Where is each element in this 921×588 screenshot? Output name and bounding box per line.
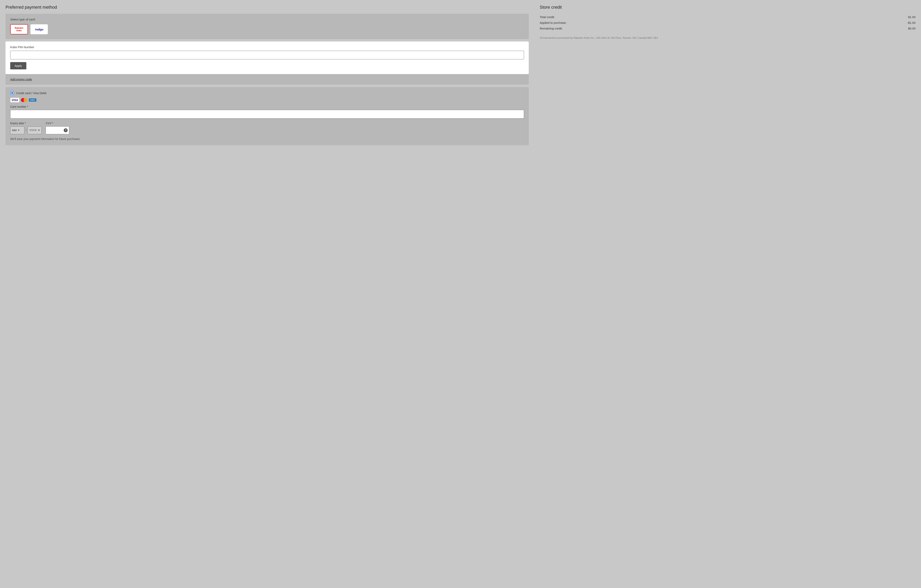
total-credit-label: Total credit: <box>540 15 555 19</box>
mastercard-orange-circle <box>23 98 27 102</box>
card-type-section: Select type of card: Rakuten kobo !ndigo <box>5 14 529 39</box>
rakuten-text: Rakuten <box>15 27 23 29</box>
indigo-logo: !ndigo <box>35 28 44 31</box>
expiry-cvv-row: Expiry date * MM / YYYY CVV <box>10 122 524 134</box>
credit-card-radio-row[interactable]: Credit card / Visa Debit <box>10 91 524 95</box>
remaining-credit-label: Remaining credit: <box>540 27 563 30</box>
apply-button[interactable]: Apply <box>10 62 26 69</box>
card-type-label: Select type of card: <box>10 18 524 21</box>
expiry-month-select[interactable]: MM <box>10 127 24 134</box>
pin-section: Kobo PIN Number Apply <box>5 41 529 74</box>
amex-logo: AMEX <box>29 99 36 102</box>
mastercard-logo <box>21 98 27 102</box>
pin-input[interactable] <box>10 51 524 59</box>
cvv-input-wrapper: ? <box>46 127 69 134</box>
save-payment-note: We'll save your payment information for … <box>10 137 524 141</box>
kobo-text: kobo <box>15 29 23 32</box>
remaining-credit-row: Remaining credit: $0.00 <box>540 26 916 31</box>
indigo-card-option[interactable]: !ndigo <box>30 24 48 34</box>
page-title: Preferred payment method <box>5 5 529 10</box>
expiry-inputs: MM / YYYY <box>10 127 42 134</box>
card-logos: VISA AMEX <box>10 97 524 102</box>
expiry-year-select[interactable]: YYYY <box>28 127 42 134</box>
total-credit-value: $1.00 <box>908 15 916 19</box>
card-number-label: Card number * <box>10 105 524 108</box>
add-promo-code-link[interactable]: Add promo code <box>10 78 32 81</box>
cvv-label: CVV * <box>46 122 69 125</box>
expiry-year-chevron-icon <box>38 130 40 131</box>
radio-button-credit-card[interactable] <box>10 91 14 95</box>
left-panel: Preferred payment method Select type of … <box>0 0 534 588</box>
total-credit-row: Total credit: $1.00 <box>540 14 916 20</box>
credit-card-section: Credit card / Visa Debit VISA AMEX Card … <box>5 87 529 145</box>
expiry-label: Expiry date * <box>10 122 42 125</box>
radio-selected-indicator <box>11 92 13 94</box>
card-options: Rakuten kobo !ndigo <box>10 24 524 34</box>
applied-to-purchase-label: Applied to purchase: <box>540 21 567 24</box>
expiry-slash: / <box>26 128 26 132</box>
expiry-year-value: YYYY <box>29 129 37 132</box>
right-panel: Store credit Total credit: $1.00 Applied… <box>534 0 921 588</box>
cvv-group: CVV * ? <box>46 122 69 134</box>
rakuten-kobo-card-option[interactable]: Rakuten kobo <box>10 24 28 34</box>
page-layout: Preferred payment method Select type of … <box>0 0 921 588</box>
expiry-group: Expiry date * MM / YYYY <box>10 122 42 134</box>
expiry-month-chevron-icon <box>18 130 20 131</box>
promo-section: Add promo code <box>5 74 529 85</box>
expiry-month-value: MM <box>12 129 16 132</box>
visa-logo: VISA <box>10 97 20 102</box>
card-number-input[interactable] <box>10 110 524 119</box>
applied-to-purchase-row: Applied to purchase: -$1.00 <box>540 20 916 26</box>
store-credit-title: Store credit <box>540 5 916 10</box>
pin-label: Kobo PIN Number <box>10 45 524 49</box>
transaction-note: All transactions processed by Rakuten Ko… <box>540 36 916 40</box>
remaining-credit-value: $0.00 <box>908 27 916 30</box>
applied-to-purchase-value: -$1.00 <box>907 21 916 24</box>
credit-card-label: Credit card / Visa Debit <box>16 91 46 95</box>
rakuten-kobo-logo: Rakuten kobo <box>15 27 23 32</box>
